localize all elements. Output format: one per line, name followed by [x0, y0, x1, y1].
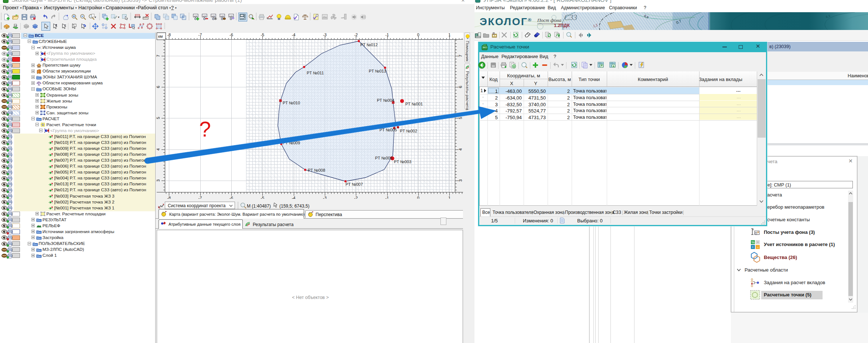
- svg-text:−: −: [757, 245, 759, 249]
- svg-text:%: %: [752, 241, 755, 244]
- svg-text:+: +: [752, 245, 754, 249]
- svg-text:1,5: 1,5: [593, 23, 598, 28]
- svg-text:−: −: [757, 240, 759, 244]
- svg-text:0.7: 0.7: [675, 19, 682, 25]
- svg-text:9,9: 9,9: [643, 14, 649, 19]
